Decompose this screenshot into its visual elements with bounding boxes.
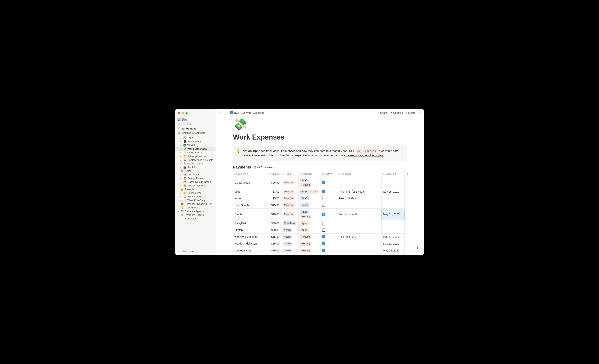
tip-link[interactable]: Learn more about filters here [346, 154, 384, 157]
cell-type[interactable]: Monthly [281, 188, 299, 195]
more-menu-button[interactable]: ••• [419, 111, 421, 114]
view-switcher[interactable]: ▦ All Expenses ⌄ [254, 166, 275, 169]
disclosure-triangle-icon[interactable]: ▾ [178, 170, 180, 172]
cell-active[interactable]: ✓ [321, 188, 337, 195]
cell-type[interactable]: Yearly [281, 240, 299, 247]
cell-type[interactable]: Monthly [281, 209, 299, 220]
disclosure-triangle-icon[interactable]: ▸ [180, 155, 182, 157]
cell-last-paid[interactable] [381, 195, 405, 202]
disclosure-triangle-icon[interactable]: ▸ [180, 137, 182, 139]
sidebar-page-notes[interactable]: ▾📔Notes [175, 169, 216, 173]
table-row[interactable]: VPN$3.00MonthlySaaSApps✓Paid in full for… [233, 188, 407, 195]
cell-comment[interactable]: Free until May [337, 195, 381, 202]
col-amount[interactable]: #Amount [263, 171, 281, 177]
active-checkbox[interactable]: ✓ [322, 213, 325, 216]
cell-comment[interactable] [337, 247, 381, 254]
cell-amount[interactable]: $15.00 [263, 247, 281, 254]
sidebar-page-job-applications[interactable]: ▸🗂️Job Applications [175, 154, 216, 158]
cell-last-paid[interactable] [381, 220, 405, 227]
cell-active[interactable] [321, 227, 337, 233]
disclosure-triangle-icon[interactable]: ▸ [180, 185, 182, 187]
table-row[interactable]: Dropbox$10.00MonthlySaaSHosting✓Free fir… [233, 209, 407, 220]
table-row[interactable]: DaisyDisk$50.00One-TimeApps [233, 220, 407, 227]
cell-last-paid[interactable] [381, 202, 405, 208]
col-last-paid[interactable]: ☐Last Paid [381, 171, 405, 177]
cell-amount[interactable]: $15.00 [263, 233, 281, 240]
cell-amount[interactable]: $10.00 [263, 209, 281, 220]
col-active[interactable]: ☑Active [321, 171, 337, 177]
cell-expense[interactable]: Dropbox [233, 209, 263, 220]
cell-last-paid[interactable]: Jan 13, 2020 [381, 254, 405, 255]
cell-type[interactable]: Yearly [281, 227, 299, 233]
cell-expense[interactable]: DigitalOcean [233, 177, 263, 188]
cell-last-paid[interactable]: May 05, 2020 [381, 247, 405, 254]
quick-find[interactable]: 🔍 Quick Find [175, 122, 216, 126]
cell-expense[interactable]: Sketch [233, 227, 263, 233]
cell-type[interactable]: One-Time [281, 220, 299, 227]
sidebar-page-cloud-storage[interactable]: ▸☁️Cloud Storage [175, 151, 216, 154]
cell-comment[interactable]: Free first month [337, 209, 381, 220]
cell-comment[interactable]: Paid until 2022 [337, 233, 381, 240]
disclosure-triangle-icon[interactable]: ▸ [178, 203, 180, 205]
sidebar-page-design-ideas[interactable]: ▸💡Design Ideas [175, 206, 216, 209]
cell-comment[interactable] [337, 227, 381, 233]
cell-expense[interactable]: VPN [233, 188, 263, 195]
cell-category[interactable]: SaaSHosting [299, 209, 321, 220]
cell-expense[interactable]: CodeSandbox [233, 202, 263, 208]
sidebar-page-todo[interactable]: ▸✅Todo [175, 136, 216, 140]
cell-type[interactable]: Monthly [281, 177, 299, 188]
active-checkbox[interactable] [322, 204, 325, 207]
cell-active[interactable]: ✓ [321, 233, 337, 240]
cell-type[interactable]: Monthly [281, 195, 299, 202]
cell-category[interactable]: Apps [299, 220, 321, 227]
disclosure-triangle-icon[interactable]: ▸ [178, 218, 180, 220]
sidebar-page-github-issues[interactable]: ▸🔧Github Issues [175, 162, 216, 165]
cell-category[interactable]: SaaSApps [299, 188, 321, 195]
active-checkbox[interactable] [322, 222, 325, 225]
active-checkbox[interactable]: ✓ [322, 190, 325, 193]
help-button[interactable]: ? [414, 245, 421, 251]
page-title[interactable]: Work Expenses [233, 133, 407, 141]
active-checkbox[interactable]: ✓ [322, 181, 325, 184]
table-row[interactable]: stayregular.net$15.00YearlyHosting✓May 0… [233, 247, 407, 254]
cell-type[interactable]: Monthly [281, 202, 299, 208]
cell-expense[interactable]: stayregular.net [233, 247, 263, 254]
disclosure-triangle-icon[interactable]: ▸ [180, 163, 182, 165]
cell-type[interactable]: Yearly [281, 254, 299, 255]
disclosure-triangle-icon[interactable]: ▸ [180, 174, 182, 176]
cell-comment[interactable] [337, 202, 381, 208]
cell-expense[interactable]: kushy.net [233, 254, 263, 255]
cell-type[interactable]: Yearly [281, 233, 299, 240]
cell-active[interactable]: ✓ [321, 177, 337, 188]
favorite-button[interactable]: Favorite [406, 111, 415, 114]
cell-amount[interactable]: $5.00 [263, 195, 281, 202]
table-row[interactable]: DigitalOcean$25.00MonthlySaaSHosting✓ [233, 177, 407, 188]
sidebar-page-seshsource[interactable]: ▸🎫SeshSource [175, 191, 216, 195]
disclosure-triangle-icon[interactable]: ▾ [178, 188, 180, 190]
cell-comment[interactable] [337, 220, 381, 227]
col-comment[interactable]: ≣Comment [337, 171, 381, 177]
sidebar-page-evernote-backup[interactable]: ▸🐘Evernote Backup [175, 213, 216, 217]
disclosure-triangle-icon[interactable]: ▸ [180, 148, 182, 150]
cell-category[interactable]: SaaS [299, 195, 321, 202]
callout-block[interactable]: 💡 Notion Tip: Keep track of your expense… [233, 145, 407, 161]
disclosure-triangle-icon[interactable]: ▸ [178, 214, 180, 216]
database-title[interactable]: Payments [233, 165, 251, 169]
cell-active[interactable] [321, 202, 337, 208]
cell-active[interactable] [321, 220, 337, 227]
settings-members[interactable]: ⚙ Settings & Members [175, 131, 216, 135]
sidebar-page-dev-notes[interactable]: ▸⚙️Dev Notes [175, 173, 216, 176]
nav-forward-button[interactable]: → [224, 111, 228, 115]
new-page-button[interactable]: ＋ New page [175, 248, 216, 255]
sidebar-page-social-media[interactable]: ▸📱Social Media [175, 140, 216, 143]
cell-category[interactable]: Hosting [299, 233, 321, 240]
sidebar-page-game-design-notes[interactable]: ▸🎮Game Design Notes [175, 180, 216, 184]
share-button[interactable]: Share [380, 111, 387, 114]
disclosure-triangle-icon[interactable]: ▸ [180, 199, 182, 201]
cell-amount[interactable]: $3.00 [263, 188, 281, 195]
disclosure-triangle-icon[interactable]: ▸ [180, 166, 182, 168]
cell-last-paid[interactable]: May 01, 2020 [381, 209, 405, 220]
cell-active[interactable]: ✓ [321, 209, 337, 220]
sidebar-page-work-log[interactable]: ▸👨‍💻Work Log [175, 143, 216, 147]
cell-active[interactable]: ✓ [321, 254, 337, 255]
